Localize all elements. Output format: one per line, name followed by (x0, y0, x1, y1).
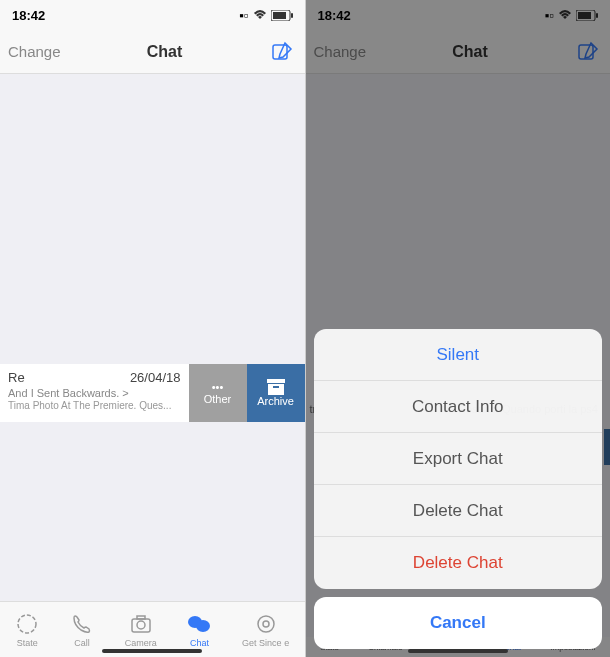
sheet-contact-info-button[interactable]: Contact Info (314, 381, 603, 433)
camera-icon (129, 612, 153, 636)
chat-row-main[interactable]: Re 26/04/18 And I Sent Backwards. > Tima… (0, 364, 189, 422)
gear-icon (254, 612, 278, 636)
status-time: 18:42 (12, 8, 45, 23)
tab-chat[interactable]: Chat (187, 612, 211, 648)
tab-call-label: Call (74, 638, 90, 648)
svg-point-7 (18, 615, 36, 633)
tab-state-label: State (17, 638, 38, 648)
nav-title: Chat (452, 43, 488, 61)
ellipsis-icon: ••• (212, 381, 224, 393)
status-bar: 18:42 ▪▫ (306, 0, 611, 30)
signal-icon: ▪▫ (545, 8, 554, 23)
chat-name: Re (8, 370, 25, 385)
nav-title: Chat (147, 43, 183, 61)
wifi-icon (558, 9, 572, 21)
svg-rect-10 (137, 616, 145, 619)
home-indicator[interactable] (102, 649, 202, 653)
peek-archive-edge (604, 429, 610, 465)
tab-chat-label: Chat (190, 638, 209, 648)
swipe-archive-button[interactable]: Archive (247, 364, 305, 422)
wifi-icon (253, 9, 267, 21)
archive-icon (267, 379, 285, 395)
status-circle-icon (15, 612, 39, 636)
status-time: 18:42 (318, 8, 351, 23)
svg-point-12 (196, 620, 210, 632)
action-sheet: Silent Contact Info Export Chat Delete C… (314, 329, 603, 649)
tab-settings[interactable]: Get Since e (242, 612, 289, 648)
battery-icon (576, 10, 598, 21)
svg-rect-16 (596, 13, 598, 18)
chat-preview-line2: Tima Photo At The Premiere. Ques... (8, 400, 181, 412)
status-right: ▪▫ (545, 8, 598, 23)
swipe-other-label: Other (204, 393, 232, 405)
phone-left-swipe-view: 18:42 ▪▫ Change Chat Re 26/04/18 (0, 0, 306, 657)
svg-point-14 (263, 621, 269, 627)
nav-edit-button[interactable]: Change (314, 43, 367, 60)
svg-rect-17 (578, 12, 591, 19)
chat-date: 26/04/18 (130, 370, 181, 385)
svg-rect-6 (273, 386, 279, 388)
nav-bar: Change Chat (0, 30, 305, 74)
sheet-cancel-button[interactable]: Cancel (314, 597, 603, 649)
nav-bar: Change Chat (306, 30, 611, 74)
home-indicator[interactable] (408, 649, 508, 653)
sheet-delete-chat-button[interactable]: Delete Chat (314, 485, 603, 537)
svg-point-13 (258, 616, 274, 632)
tab-camera[interactable]: Camera (125, 612, 157, 648)
nav-edit-button[interactable]: Change (8, 43, 61, 60)
status-bar: 18:42 ▪▫ (0, 0, 305, 30)
sheet-silent-button[interactable]: Silent (314, 329, 603, 381)
compose-icon (577, 41, 599, 63)
signal-icon: ▪▫ (239, 8, 248, 23)
status-right: ▪▫ (239, 8, 292, 23)
tab-state[interactable]: State (15, 612, 39, 648)
chat-list-content: Re 26/04/18 And I Sent Backwards. > Tima… (0, 74, 305, 601)
compose-button[interactable] (268, 38, 296, 66)
chat-row[interactable]: Re 26/04/18 And I Sent Backwards. > Tima… (0, 364, 305, 422)
swipe-other-button[interactable]: ••• Other (189, 364, 247, 422)
tab-call[interactable]: Call (70, 612, 94, 648)
chat-bubbles-icon (187, 612, 211, 636)
compose-button[interactable] (574, 38, 602, 66)
tab-settings-label: Get Since e (242, 638, 289, 648)
compose-icon (271, 41, 293, 63)
chat-preview-line1: And I Sent Backwards. > (8, 387, 181, 400)
phone-right-action-sheet-view: 18:42 ▪▫ Change Chat tr We Rosano. Quand… (306, 0, 611, 657)
swipe-archive-label: Archive (257, 395, 294, 407)
svg-rect-5 (268, 384, 284, 395)
svg-rect-1 (291, 13, 293, 18)
svg-rect-4 (267, 379, 285, 383)
phone-icon (70, 612, 94, 636)
action-sheet-group: Silent Contact Info Export Chat Delete C… (314, 329, 603, 589)
sheet-export-chat-button[interactable]: Export Chat (314, 433, 603, 485)
svg-point-9 (137, 621, 145, 629)
svg-rect-2 (273, 12, 286, 19)
battery-icon (271, 10, 293, 21)
tab-camera-label: Camera (125, 638, 157, 648)
sheet-delete-chat-button-2[interactable]: Delete Chat (314, 537, 603, 589)
